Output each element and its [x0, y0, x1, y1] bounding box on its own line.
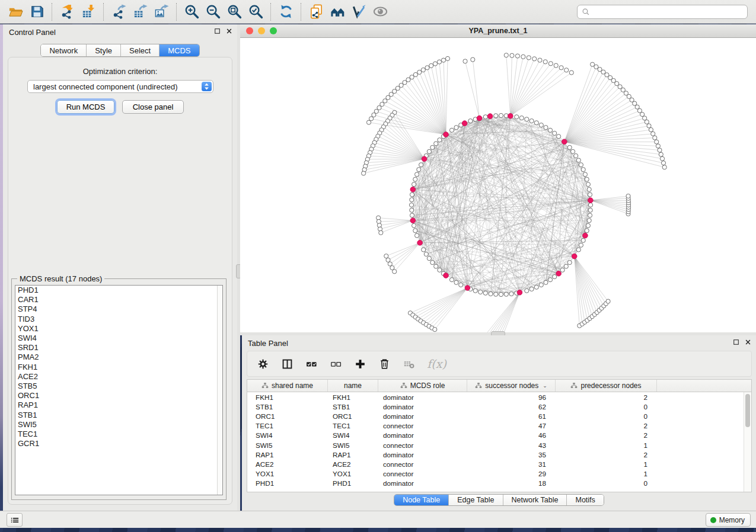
- table-cell[interactable]: 1: [556, 460, 657, 468]
- search-box[interactable]: [577, 5, 748, 19]
- clone-network-button[interactable]: [305, 2, 327, 22]
- settings-gear-button[interactable]: [256, 357, 270, 371]
- table-cell[interactable]: connector: [378, 422, 467, 430]
- zoom-fit-button[interactable]: [224, 2, 245, 22]
- mcds-result-list[interactable]: PHD1CAR1STP4TID3YOX1SWI4SRD1PMA2FKH1ACE2…: [15, 285, 223, 495]
- close-table-panel-icon[interactable]: [745, 339, 751, 345]
- export-network-button[interactable]: [108, 2, 129, 22]
- select-all-button[interactable]: [304, 357, 318, 371]
- table-row[interactable]: SWI5SWI5connector431: [247, 440, 751, 450]
- mcds-result-item[interactable]: ORC1: [15, 391, 222, 400]
- table-cell[interactable]: 96: [467, 393, 556, 401]
- table-cell[interactable]: dominator: [378, 431, 467, 439]
- mcds-result-item[interactable]: SWI5: [15, 420, 222, 430]
- mcds-result-item[interactable]: STB5: [15, 382, 222, 391]
- style-edit-button[interactable]: [348, 2, 369, 22]
- table-cell[interactable]: 43: [467, 441, 556, 449]
- table-cell[interactable]: SWI5: [328, 441, 378, 449]
- add-row-button[interactable]: [353, 357, 367, 371]
- tab-edge-table[interactable]: Edge Table: [449, 495, 503, 505]
- tab-motifs[interactable]: Motifs: [567, 495, 603, 505]
- table-row[interactable]: ORC1ORC1dominator610: [247, 411, 751, 421]
- table-cell[interactable]: SWI4: [328, 431, 378, 439]
- criterion-select[interactable]: largest connected component (undirected): [27, 80, 213, 93]
- table-scrollbar[interactable]: [744, 392, 751, 492]
- show-columns-button[interactable]: [280, 357, 294, 371]
- export-image-button[interactable]: [151, 2, 172, 22]
- mcds-result-item[interactable]: PHD1: [15, 286, 222, 295]
- table-cell[interactable]: RAP1: [247, 451, 328, 459]
- mcds-list-scrollbar[interactable]: [217, 286, 222, 495]
- export-table-button[interactable]: [129, 2, 151, 22]
- tab-network[interactable]: Network: [41, 44, 87, 56]
- show-panels-menu-button[interactable]: [7, 513, 23, 527]
- mcds-result-item[interactable]: SRD1: [15, 343, 222, 352]
- column-header-shared-name[interactable]: shared name: [247, 380, 328, 392]
- table-cell[interactable]: ACE2: [328, 460, 378, 468]
- float-table-panel-icon[interactable]: [733, 339, 739, 345]
- open-file-button[interactable]: [5, 2, 26, 22]
- table-cell[interactable]: 31: [467, 460, 556, 468]
- table-cell[interactable]: dominator: [378, 412, 467, 420]
- run-mcds-button[interactable]: Run MCDS: [57, 100, 114, 114]
- table-cell[interactable]: 2: [556, 393, 657, 401]
- table-cell[interactable]: YOX1: [247, 470, 328, 477]
- mcds-result-item[interactable]: PMA2: [15, 352, 222, 362]
- zoom-in-button[interactable]: [181, 2, 202, 22]
- deselect-all-button[interactable]: [328, 357, 343, 371]
- column-header-successor-nodes[interactable]: successor nodes⌄: [467, 380, 556, 392]
- table-row[interactable]: RAP1RAP1dominator352: [247, 450, 751, 459]
- table-cell[interactable]: SWI4: [247, 431, 328, 439]
- zoom-out-button[interactable]: [202, 2, 224, 22]
- network-titlebar[interactable]: YPA_prune.txt_1: [240, 24, 756, 38]
- table-cell[interactable]: 18: [467, 479, 556, 487]
- table-cell[interactable]: connector: [378, 470, 467, 477]
- table-cell[interactable]: dominator: [378, 451, 467, 459]
- table-cell[interactable]: SWI5: [247, 441, 328, 449]
- memory-button[interactable]: Memory: [706, 513, 751, 527]
- table-cell[interactable]: 2: [556, 451, 657, 459]
- table-cell[interactable]: 1: [556, 470, 657, 477]
- table-cell[interactable]: 2: [556, 422, 657, 430]
- table-cell[interactable]: dominator: [378, 393, 467, 401]
- mcds-result-item[interactable]: STB1: [15, 411, 222, 420]
- mcds-result-item[interactable]: RAP1: [15, 400, 222, 410]
- network-canvas[interactable]: [240, 38, 756, 332]
- tab-network-table[interactable]: Network Table: [503, 495, 567, 505]
- mcds-result-item[interactable]: STP4: [15, 305, 222, 314]
- table-cell[interactable]: 0: [556, 412, 657, 420]
- table-cell[interactable]: 0: [556, 479, 657, 487]
- table-row[interactable]: ACE2ACE2connector311: [247, 459, 751, 469]
- table-cell[interactable]: STB1: [247, 403, 328, 411]
- table-scrollbar-thumb[interactable]: [745, 394, 750, 427]
- close-panel-icon[interactable]: [226, 28, 232, 34]
- table-row[interactable]: SWI4SWI4dominator462: [247, 431, 751, 440]
- table-cell[interactable]: ORC1: [328, 412, 378, 420]
- table-cell[interactable]: 61: [467, 412, 556, 420]
- table-cell[interactable]: 46: [467, 431, 556, 439]
- table-cell[interactable]: 35: [467, 451, 556, 459]
- table-cell[interactable]: FKH1: [328, 393, 378, 401]
- table-cell[interactable]: dominator: [378, 403, 467, 411]
- delete-row-button[interactable]: [377, 357, 391, 371]
- table-cell[interactable]: ACE2: [247, 460, 328, 468]
- table-cell[interactable]: PHD1: [328, 479, 378, 487]
- tab-style[interactable]: Style: [87, 44, 121, 56]
- float-panel-icon[interactable]: [214, 28, 221, 34]
- table-row[interactable]: FKH1FKH1dominator962: [247, 392, 751, 402]
- search-input[interactable]: [590, 6, 747, 18]
- show-details-button[interactable]: [369, 2, 391, 22]
- column-header-name[interactable]: name: [328, 380, 378, 392]
- table-cell[interactable]: RAP1: [328, 451, 378, 459]
- mcds-result-item[interactable]: YOX1: [15, 324, 222, 334]
- mcds-result-item[interactable]: ACE2: [15, 372, 222, 382]
- table-cell[interactable]: ORC1: [247, 412, 328, 420]
- mcds-result-item[interactable]: TEC1: [15, 430, 222, 439]
- table-cell[interactable]: FKH1: [247, 393, 328, 401]
- table-row[interactable]: STB1STB1dominator620: [247, 402, 751, 411]
- table-cell[interactable]: 62: [467, 403, 556, 411]
- import-table-button[interactable]: [78, 2, 99, 22]
- table-cell[interactable]: TEC1: [247, 422, 328, 430]
- tab-mcds[interactable]: MCDS: [160, 44, 199, 56]
- table-cell[interactable]: STB1: [328, 403, 378, 411]
